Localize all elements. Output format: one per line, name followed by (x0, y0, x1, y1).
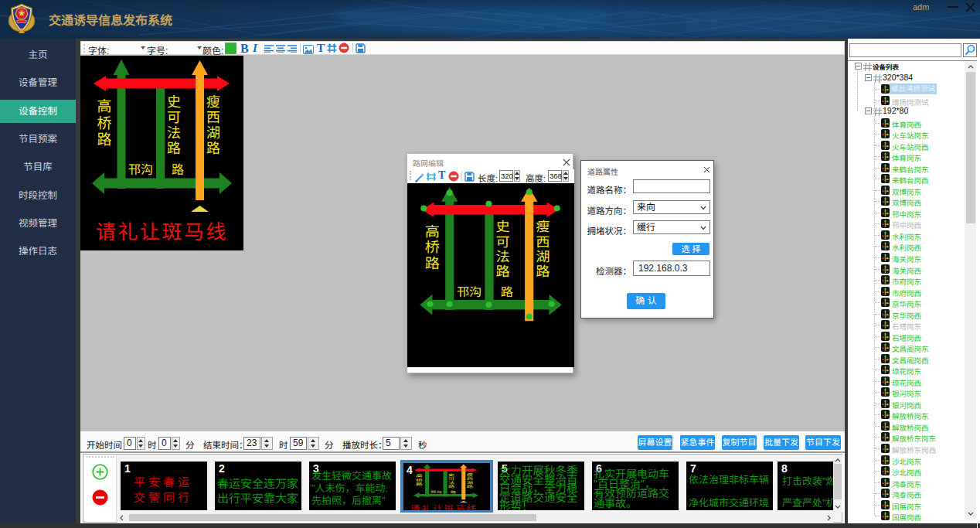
svg-text:路: 路 (416, 482, 423, 486)
svg-text:路: 路 (425, 255, 441, 271)
svg-text:路: 路 (206, 141, 220, 156)
svg-text:湖: 湖 (467, 481, 474, 485)
svg-text:湖: 湖 (536, 250, 550, 264)
svg-text:3: 3 (972, 46, 975, 51)
svg-text:路: 路 (501, 285, 513, 298)
svg-text:高: 高 (97, 98, 111, 114)
svg-text:可: 可 (167, 110, 181, 125)
svg-text:高: 高 (425, 223, 440, 239)
svg-text:路: 路 (467, 485, 474, 489)
svg-text:路: 路 (97, 131, 111, 148)
svg-text:路: 路 (496, 264, 511, 279)
svg-text:西: 西 (467, 477, 474, 481)
svg-text:请礼让斑马线: 请礼让斑马线 (96, 220, 228, 244)
svg-text:史: 史 (496, 220, 511, 234)
svg-text:瘦: 瘦 (536, 220, 550, 234)
svg-text:史: 史 (448, 472, 455, 476)
svg-text:邗沟: 邗沟 (128, 163, 153, 176)
svg-text:可: 可 (448, 477, 455, 481)
svg-text:高: 高 (416, 474, 423, 478)
svg-text:可: 可 (496, 234, 510, 249)
svg-text:史: 史 (167, 94, 181, 110)
svg-text:路: 路 (167, 141, 181, 156)
svg-text:瘦: 瘦 (206, 94, 220, 110)
svg-text:法: 法 (448, 481, 455, 485)
svg-text:法: 法 (496, 250, 510, 264)
svg-text:法: 法 (167, 125, 181, 141)
svg-text:湖: 湖 (206, 125, 220, 141)
svg-text:路: 路 (536, 264, 550, 279)
svg-text:路: 路 (451, 490, 456, 494)
svg-text:路: 路 (448, 485, 455, 489)
svg-text:邗沟: 邗沟 (457, 285, 481, 298)
svg-text:桥: 桥 (97, 115, 111, 131)
svg-text:瘦: 瘦 (467, 472, 474, 476)
svg-text:西: 西 (536, 234, 550, 249)
svg-text:桥: 桥 (425, 240, 441, 255)
svg-text:邗沟: 邗沟 (430, 490, 442, 493)
svg-text:桥: 桥 (416, 479, 423, 482)
svg-text:西: 西 (206, 110, 220, 125)
svg-text:路: 路 (172, 163, 184, 176)
